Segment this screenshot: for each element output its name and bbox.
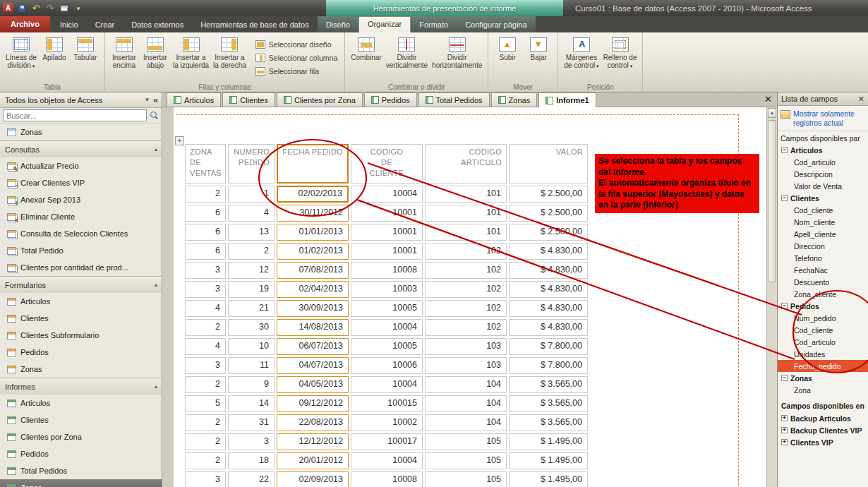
field-list-row[interactable]: Cod_cliente <box>778 324 868 336</box>
ribbon-button[interactable]: Subir <box>492 35 523 81</box>
cell-valor[interactable]: $ 4.830,00 <box>509 300 588 317</box>
cell-zona[interactable]: 6 <box>185 243 226 260</box>
cell-numero-pedido[interactable]: 19 <box>228 281 275 298</box>
nav-row[interactable]: Consultas <box>0 140 162 157</box>
cell-zona[interactable]: 2 <box>185 186 226 203</box>
undo-button[interactable] <box>30 3 42 14</box>
nav-row[interactable]: Clientes <box>0 310 162 327</box>
cell-codigo-cliente[interactable]: 10005 <box>351 300 423 317</box>
ribbon-tab[interactable]: Configurar página <box>457 17 535 32</box>
cell-fecha-pedido[interactable]: 01/01/2013 <box>277 224 349 241</box>
cell-fecha-pedido[interactable]: 30/09/2013 <box>277 300 349 317</box>
nav-pane-header[interactable]: Todos los objetos de Access ▼ « <box>0 92 162 108</box>
nav-row[interactable]: Eliminar Cliente <box>0 208 162 225</box>
vertical-scrollbar[interactable] <box>766 107 777 487</box>
nav-row[interactable]: Formularios <box>0 276 162 293</box>
nav-row[interactable]: Total Pedido <box>0 242 162 259</box>
nav-row[interactable]: Clientes por cantidad de prod... <box>0 259 162 276</box>
cell-numero-pedido[interactable]: 3 <box>228 433 275 450</box>
ribbon-small-button[interactable]: Seleccionar columna <box>252 52 341 65</box>
cell-fecha-pedido[interactable]: 02/04/2013 <box>277 281 349 298</box>
redo-button[interactable] <box>44 3 56 14</box>
cell-valor[interactable]: $ 2.500,00 <box>509 186 588 203</box>
ribbon-tab[interactable]: Archivo <box>0 16 50 32</box>
cell-codigo-articulo[interactable]: 105 <box>425 433 507 450</box>
cell-codigo-cliente[interactable]: 10003 <box>351 281 423 298</box>
expand-collapse-icon[interactable] <box>781 375 788 381</box>
cell-codigo-articulo[interactable]: 105 <box>425 452 507 469</box>
field-list-row[interactable]: Clientes <box>778 192 868 204</box>
field-list-row[interactable]: Backup Clientes VIP <box>778 424 868 436</box>
field-list-row[interactable]: Campos disponibles en <box>778 399 868 412</box>
document-tab[interactable]: Articulos <box>167 92 221 107</box>
show-only-current-link[interactable]: Mostrar solamente registros actual <box>793 109 861 128</box>
cell-valor[interactable]: $ 7.800,00 <box>509 338 588 355</box>
cell-codigo-articulo[interactable]: 102 <box>425 300 507 317</box>
nav-row[interactable]: Pedidos <box>0 445 162 462</box>
nav-row[interactable]: Pedidos <box>0 344 162 361</box>
ribbon-button[interactable]: Insertar abajo <box>140 35 171 81</box>
cell-fecha-pedido[interactable]: 12/12/2012 <box>277 433 349 450</box>
cell-zona[interactable]: 2 <box>185 414 226 431</box>
ribbon-button[interactable]: Relleno de control <box>601 35 639 81</box>
cell-codigo-articulo[interactable]: 102 <box>425 243 507 260</box>
quick-design-icon[interactable] <box>59 3 70 14</box>
save-button[interactable] <box>16 3 28 14</box>
cell-valor[interactable]: $ 2.500,00 <box>509 205 588 222</box>
cell-numero-pedido[interactable]: 2 <box>228 243 275 260</box>
cell-codigo-articulo[interactable]: 103 <box>425 338 507 355</box>
ribbon-button[interactable]: Apilado <box>39 35 70 81</box>
cell-codigo-articulo[interactable]: 101 <box>425 186 507 203</box>
field-list-row[interactable]: Valor de Venta <box>778 180 868 192</box>
nav-row[interactable]: Consulta de Seleccion Clientes <box>0 225 162 242</box>
cell-valor[interactable]: $ 3.565,00 <box>509 414 588 431</box>
cell-numero-pedido[interactable]: 9 <box>228 376 275 393</box>
cell-codigo-cliente[interactable]: 10002 <box>351 414 423 431</box>
cell-codigo-cliente[interactable]: 10001 <box>351 224 423 241</box>
cell-fecha-pedido[interactable]: 20/01/2012 <box>277 452 349 469</box>
cell-numero-pedido[interactable]: 31 <box>228 414 275 431</box>
nav-row[interactable]: Zonas <box>0 479 162 487</box>
cell-codigo-cliente[interactable]: 10005 <box>351 338 423 355</box>
cell-codigo-cliente[interactable]: 10008 <box>351 471 423 487</box>
ribbon-small-button[interactable]: Seleccionar diseño <box>252 38 341 52</box>
cell-codigo-cliente[interactable]: 10004 <box>351 452 423 469</box>
document-tab[interactable]: Total Pedidos <box>418 92 490 107</box>
ribbon-tab[interactable]: Inicio <box>52 17 87 32</box>
field-list-row[interactable]: Fecha_pedido <box>778 360 868 372</box>
cell-fecha-pedido[interactable]: 06/07/2013 <box>277 338 349 355</box>
cell-zona[interactable]: 5 <box>185 395 226 412</box>
cell-zona[interactable]: 4 <box>185 338 226 355</box>
ribbon-tab[interactable]: Datos externos <box>123 17 192 32</box>
cell-valor[interactable]: $ 2.500,00 <box>509 224 588 241</box>
ribbon-button[interactable]: Márgenes de control <box>562 35 601 81</box>
cell-valor[interactable]: $ 1.495,00 <box>509 452 588 469</box>
field-list-row[interactable]: Pedidos <box>778 300 868 312</box>
cell-codigo-articulo[interactable]: 103 <box>425 357 507 374</box>
cell-codigo-articulo[interactable]: 102 <box>425 319 507 336</box>
column-header-valor[interactable]: VALOR <box>509 144 588 184</box>
expand-collapse-icon[interactable] <box>781 303 788 309</box>
cell-numero-pedido[interactable]: 30 <box>228 319 275 336</box>
cell-fecha-pedido[interactable]: 30/11/2012 <box>277 205 349 222</box>
expand-collapse-icon[interactable] <box>781 427 788 433</box>
ribbon-button[interactable]: Bajar <box>523 35 554 81</box>
cell-valor[interactable]: $ 7.800,00 <box>509 357 588 374</box>
cell-valor[interactable]: $ 3.565,00 <box>509 395 588 412</box>
document-tab[interactable]: Zonas <box>491 92 538 107</box>
nav-row[interactable]: Articulos <box>0 293 162 310</box>
cell-zona[interactable]: 6 <box>185 224 226 241</box>
cell-fecha-pedido[interactable]: 02/02/2013 <box>277 186 349 203</box>
ribbon-button[interactable]: Combinar <box>349 35 383 81</box>
field-list-row[interactable]: Descripcion <box>778 168 868 180</box>
section-collapse-icon[interactable] <box>155 282 157 288</box>
cell-valor[interactable]: $ 4.830,00 <box>509 262 588 279</box>
field-list-row[interactable]: Unidades <box>778 348 868 360</box>
cell-fecha-pedido[interactable]: 14/08/2013 <box>277 319 349 336</box>
cell-codigo-articulo[interactable]: 101 <box>425 224 507 241</box>
access-app-icon[interactable] <box>3 3 13 13</box>
document-tab[interactable]: Informe1 <box>538 92 596 107</box>
cell-zona[interactable]: 2 <box>185 433 226 450</box>
ribbon-button[interactable]: Dividir horizontalmente <box>430 35 484 81</box>
field-list-row[interactable]: Cod_cliente <box>778 204 868 216</box>
